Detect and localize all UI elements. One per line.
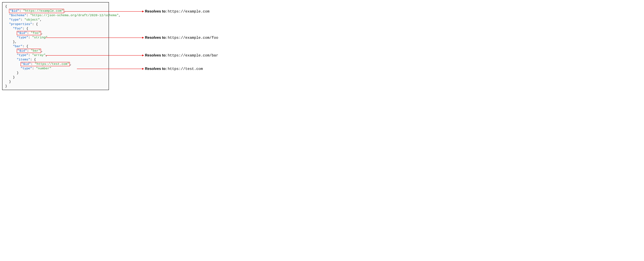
json-key: "$id" bbox=[21, 62, 31, 66]
callout-text: Resolves to: https://test.com bbox=[145, 67, 203, 71]
callout-label: Resolves to: bbox=[145, 67, 167, 71]
json-string: "array" bbox=[32, 53, 46, 57]
brace-close: } bbox=[13, 76, 15, 79]
code-panel: { "$id": "https://example.com", "$schema… bbox=[2, 2, 109, 90]
arrow-head-icon bbox=[142, 55, 144, 56]
arrow-head-icon bbox=[142, 37, 144, 39]
callout-value: https://example.com/bar bbox=[168, 53, 218, 58]
brace-close: } bbox=[5, 84, 7, 88]
id-highlight-2: "$id": "foo" bbox=[17, 31, 41, 35]
json-string: "number" bbox=[36, 67, 52, 70]
callout-text: Resolves to: https://example.com bbox=[145, 9, 210, 14]
brace-close: } bbox=[17, 71, 19, 75]
arrow-head-icon bbox=[142, 68, 144, 70]
id-highlight-3: "$id": "bar" bbox=[17, 49, 41, 53]
json-code: { "$id": "https://example.com", "$schema… bbox=[5, 4, 106, 88]
arrow-head-icon bbox=[142, 11, 144, 12]
json-key: "type" bbox=[20, 67, 32, 70]
json-key: "type" bbox=[17, 53, 28, 57]
json-key: "foo" bbox=[13, 27, 22, 30]
json-string: "https://json-schema.org/draft/2020-12/s… bbox=[30, 14, 119, 17]
callout-value: https://example.com/foo bbox=[168, 36, 218, 40]
json-key: "type" bbox=[17, 36, 28, 39]
callout-label: Resolves to: bbox=[145, 53, 167, 57]
json-key: "$id" bbox=[18, 49, 27, 53]
callout-label: Resolves to: bbox=[145, 36, 167, 40]
json-key: "$id" bbox=[10, 9, 19, 13]
id-highlight-4: "$id": "https://test.com" bbox=[20, 62, 70, 66]
callout-text: Resolves to: https://example.com/bar bbox=[145, 53, 218, 58]
brace-close: } bbox=[9, 80, 11, 84]
json-string: "https://test.com" bbox=[35, 62, 69, 66]
json-string: "https://example.com" bbox=[23, 9, 64, 13]
brace-open: { bbox=[5, 5, 7, 8]
brace-close: }, bbox=[13, 40, 17, 44]
json-string: "string" bbox=[32, 36, 48, 39]
json-key: "$schema" bbox=[9, 14, 26, 17]
json-key: "bar" bbox=[13, 45, 22, 48]
json-key: "items" bbox=[17, 58, 30, 61]
id-highlight-1: "$id": "https://example.com" bbox=[9, 9, 64, 13]
callout-value: https://test.com bbox=[168, 67, 203, 71]
callout-text: Resolves to: https://example.com/foo bbox=[145, 36, 218, 40]
json-key: "$id" bbox=[18, 31, 27, 35]
json-string: "bar" bbox=[31, 49, 40, 53]
json-string: "object" bbox=[24, 18, 40, 22]
diagram-stage: { "$id": "https://example.com", "$schema… bbox=[0, 0, 235, 96]
callout-label: Resolves to: bbox=[145, 9, 167, 13]
json-string: "foo" bbox=[31, 31, 40, 35]
callout-value: https://example.com bbox=[168, 10, 210, 14]
json-key: "type" bbox=[9, 18, 20, 22]
json-key: "properties" bbox=[9, 23, 32, 26]
